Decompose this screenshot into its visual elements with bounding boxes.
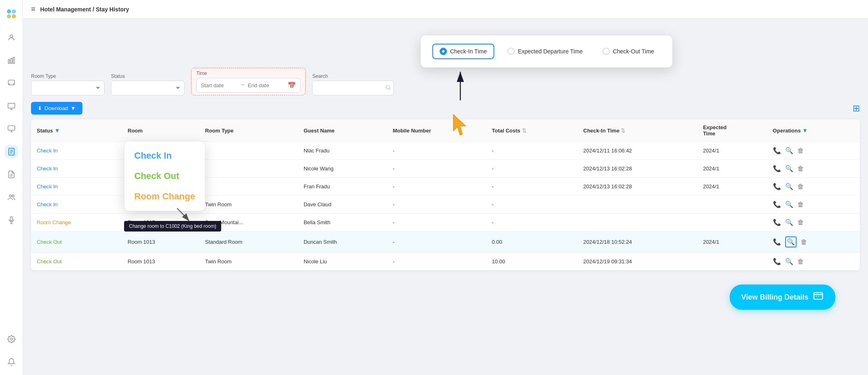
breadcrumb-current: Stay History: [96, 6, 129, 13]
users-icon[interactable]: [5, 31, 18, 44]
phone-icon[interactable]: 📞: [773, 147, 781, 154]
doc-icon[interactable]: [5, 168, 18, 181]
end-date-input[interactable]: [248, 82, 284, 88]
sidebar: [0, 0, 23, 375]
cell-status: Room Change: [31, 214, 122, 232]
status-select[interactable]: [111, 81, 184, 95]
room-type-filter: Room Type: [31, 73, 104, 95]
sort-icon[interactable]: ⇅: [522, 128, 526, 134]
table-settings-icon[interactable]: ⊞: [852, 103, 860, 114]
billing-icon[interactable]: 🔍: [785, 218, 793, 226]
search-label: Search: [312, 73, 394, 79]
cell-room: Room 1013: [122, 253, 200, 271]
menu-button[interactable]: ≡: [31, 5, 36, 13]
report-icon[interactable]: [5, 145, 18, 158]
status-checkin-badge[interactable]: Check In: [37, 148, 58, 154]
phone-icon[interactable]: 📞: [773, 218, 781, 226]
radio-checkout-time[interactable]: Check-Out Time: [596, 44, 661, 58]
cell-guest: Bella Smith: [298, 214, 387, 232]
search-input[interactable]: [317, 85, 385, 91]
billing-icon[interactable]: 🔍: [785, 258, 793, 265]
cell-ops: 📞 🔍 🗑: [767, 253, 860, 271]
col-status: Status ▼: [31, 119, 122, 142]
delete-icon[interactable]: 🗑: [797, 201, 804, 208]
chart-icon[interactable]: [5, 54, 18, 67]
cell-checkin-time: 2024/12/13 16:02:28: [577, 160, 697, 178]
cell-mobile: -: [387, 142, 486, 160]
delete-icon[interactable]: 🗑: [801, 238, 807, 246]
settings-icon[interactable]: [5, 333, 18, 346]
delete-icon[interactable]: 🗑: [797, 147, 804, 154]
cell-room-type: Twin Room: [199, 253, 297, 271]
billing-icon[interactable]: 🔍: [785, 236, 797, 247]
cell-mobile: -: [387, 160, 486, 178]
svg-point-4: [10, 35, 13, 38]
room-type-select[interactable]: [31, 81, 104, 95]
search-icon[interactable]: [385, 84, 391, 92]
svg-point-16: [386, 85, 390, 89]
view-billing-button[interactable]: View Billing Details: [730, 285, 835, 310]
phone-icon[interactable]: 📞: [773, 183, 781, 190]
billing-icon[interactable]: 🔍: [785, 183, 793, 190]
sort-icon2[interactable]: ⇅: [621, 128, 625, 134]
download-button[interactable]: ⬇ Download ▼: [31, 102, 82, 115]
billing-icon[interactable]: 🔍: [785, 201, 793, 208]
cell-guest: Dave Claud: [298, 196, 387, 214]
dropdown-checkin[interactable]: Check In: [134, 148, 195, 163]
svg-rect-5: [8, 60, 9, 63]
delete-icon[interactable]: 🗑: [797, 165, 804, 172]
cell-expected-time: 2024/1: [697, 178, 767, 196]
cell-costs: -: [486, 142, 577, 160]
dropdown-checkout[interactable]: Check Out: [134, 168, 195, 184]
table-row: Check Out Room 1013 Standard Room Duncan…: [31, 232, 860, 253]
status-checkin-badge[interactable]: Check In: [37, 183, 58, 190]
status-checkout-badge[interactable]: Check Out: [37, 258, 62, 265]
delete-icon[interactable]: 🗑: [797, 183, 804, 190]
start-date-input[interactable]: [201, 82, 238, 88]
billing-icon[interactable]: 🔍: [785, 165, 793, 172]
content-area: Check-In Time Expected Departure Time Ch…: [23, 19, 868, 375]
cell-ops: 📞 🔍 🗑: [767, 196, 860, 214]
cell-guest: Nicole Wang: [298, 160, 387, 178]
phone-icon[interactable]: 📞: [773, 201, 781, 208]
cell-guest: Nicole Liu: [298, 253, 387, 271]
filter-icon[interactable]: ▼: [54, 127, 60, 134]
col-checkin-time: Check-In Time ⇅: [577, 119, 697, 142]
cell-status: Check In: [31, 178, 122, 196]
phone-icon[interactable]: 📞: [773, 238, 781, 246]
filter-ops-icon[interactable]: ▼: [802, 127, 808, 134]
phone-icon[interactable]: 📞: [773, 165, 781, 172]
cell-costs: -: [486, 214, 577, 232]
monitor-icon[interactable]: [5, 99, 18, 112]
col-room: Room: [122, 119, 200, 142]
search-group: Search: [312, 73, 394, 95]
app-logo[interactable]: [4, 7, 19, 21]
breadcrumb-parent[interactable]: Hotel Management: [40, 6, 91, 13]
radio-expected-departure[interactable]: Expected Departure Time: [501, 44, 589, 58]
billing-icon[interactable]: 🔍: [785, 147, 793, 154]
status-checkout-badge[interactable]: Check Out: [37, 239, 62, 245]
status-dropdown: Check In Check Out Room Change: [124, 141, 205, 211]
status-checkin-badge[interactable]: Check In: [37, 165, 58, 172]
radio-checkin-time[interactable]: Check-In Time: [432, 44, 494, 59]
cell-expected-time: 2024/1: [697, 232, 767, 253]
tooltip-text: Change room to C1002 (King bed room): [129, 223, 216, 229]
download-label: Download: [44, 105, 68, 111]
status-checkin-badge[interactable]: Check In: [37, 201, 58, 207]
status-roomchange-badge[interactable]: Room Change: [37, 219, 71, 225]
group-icon[interactable]: [5, 191, 18, 204]
toolbar: ⬇ Download ▼ ⊞: [31, 102, 860, 115]
message-icon[interactable]: [5, 77, 18, 90]
bell-icon[interactable]: [5, 355, 18, 368]
billing-btn-icon: [813, 290, 824, 304]
svg-point-12: [9, 195, 11, 197]
phone-icon[interactable]: 📞: [773, 258, 781, 265]
delete-icon[interactable]: 🗑: [797, 258, 804, 265]
calendar-icon[interactable]: 📅: [288, 82, 296, 89]
monitor2-icon[interactable]: [5, 122, 18, 135]
cell-mobile: -: [387, 196, 486, 214]
mic-icon[interactable]: [5, 214, 18, 227]
cell-costs: -: [486, 160, 577, 178]
dropdown-roomchange[interactable]: Room Change: [134, 189, 195, 204]
delete-icon[interactable]: 🗑: [797, 219, 804, 226]
